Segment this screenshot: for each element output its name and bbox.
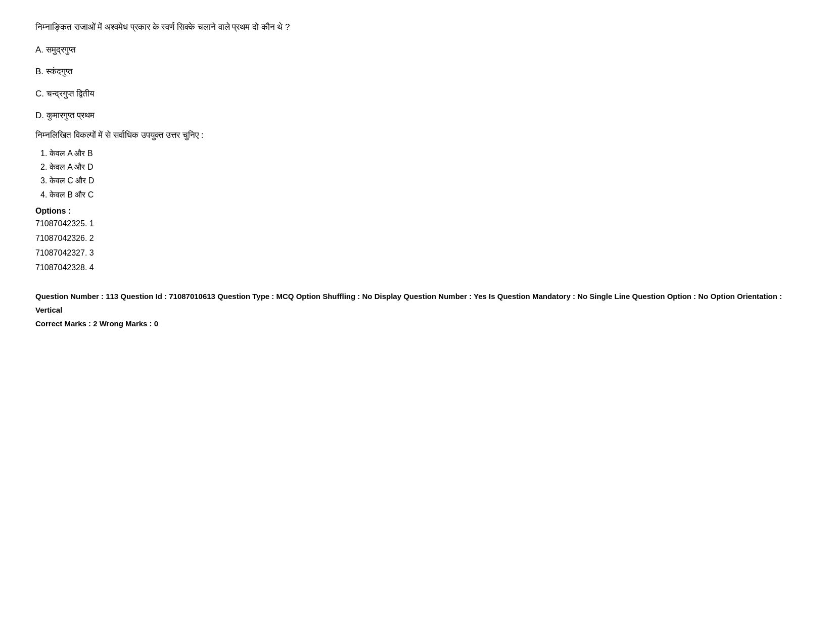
option-id-4: 71087042328. 4 — [35, 261, 799, 274]
option-id-3-val: 3 — [89, 249, 94, 257]
option-id-4-id: 71087042328. — [35, 263, 87, 272]
sub-option-4-num: 4. — [40, 190, 47, 199]
correct-marks: Correct Marks : 2 Wrong Marks : 0 — [35, 317, 799, 330]
options-container: A. समुद्रगुप्त B. स्कंदगुप्त C. चन्द्रगु… — [35, 43, 799, 122]
option-d-label: D. — [35, 111, 44, 120]
sub-option-3-num: 3. — [40, 176, 47, 185]
option-id-2-id: 71087042326. — [35, 234, 87, 242]
sub-option-2-text: केवल A और D — [50, 163, 94, 171]
sub-option-1-text: केवल A और B — [50, 149, 93, 158]
sub-option-1: 1. केवल A और B — [40, 146, 799, 160]
option-id-1-id: 71087042325. — [35, 219, 87, 228]
meta-info-container: Question Number : 113 Question Id : 7108… — [35, 289, 799, 330]
sub-option-2: 2. केवल A और D — [40, 160, 799, 174]
sub-option-4-text: केवल B और C — [50, 190, 94, 199]
option-d: D. कुमारगुप्त प्रथम — [35, 109, 799, 122]
option-a-label: A. — [35, 45, 43, 55]
question-container: निम्नाङ्कित राजाओं में अश्वमेध प्रकार के… — [35, 20, 799, 330]
option-b: B. स्कंदगुप्त — [35, 65, 799, 78]
question-text: निम्नाङ्कित राजाओं में अश्वमेध प्रकार के… — [35, 20, 799, 34]
option-id-2: 71087042326. 2 — [35, 231, 799, 245]
sub-option-3-text: केवल C और D — [50, 176, 94, 185]
option-a-text: समुद्रगुप्त — [46, 45, 76, 55]
sub-option-4: 4. केवल B और C — [40, 188, 799, 202]
option-id-1: 71087042325. 1 — [35, 217, 799, 230]
option-ids-container: 71087042325. 1 71087042326. 2 7108704232… — [35, 217, 799, 275]
sub-option-2-num: 2. — [40, 163, 47, 171]
meta-line1: Question Number : 113 Question Id : 7108… — [35, 289, 799, 317]
options-label: Options : — [35, 207, 799, 216]
option-d-text: कुमारगुप्त प्रथम — [47, 111, 95, 120]
sub-option-3: 3. केवल C और D — [40, 174, 799, 187]
option-b-text: स्कंदगुप्त — [46, 67, 73, 76]
option-id-3-id: 71087042327. — [35, 249, 87, 257]
option-c-label: C. — [35, 89, 44, 98]
option-id-2-val: 2 — [89, 234, 94, 242]
option-c: C. चन्द्रगुप्त द्वितीय — [35, 87, 799, 101]
sub-option-1-num: 1. — [40, 149, 47, 158]
option-id-1-val: 1 — [89, 219, 94, 228]
option-a: A. समुद्रगुप्त — [35, 43, 799, 57]
sub-options-container: 1. केवल A और B 2. केवल A और D 3. केवल C … — [40, 146, 799, 202]
option-id-4-val: 4 — [89, 263, 94, 272]
option-b-label: B. — [35, 67, 43, 76]
sub-question-text: निम्नलिखित विकल्पों में से सर्वाधिक उपयु… — [35, 130, 799, 140]
option-c-text: चन्द्रगुप्त द्वितीय — [47, 89, 95, 98]
option-id-3: 71087042327. 3 — [35, 246, 799, 260]
